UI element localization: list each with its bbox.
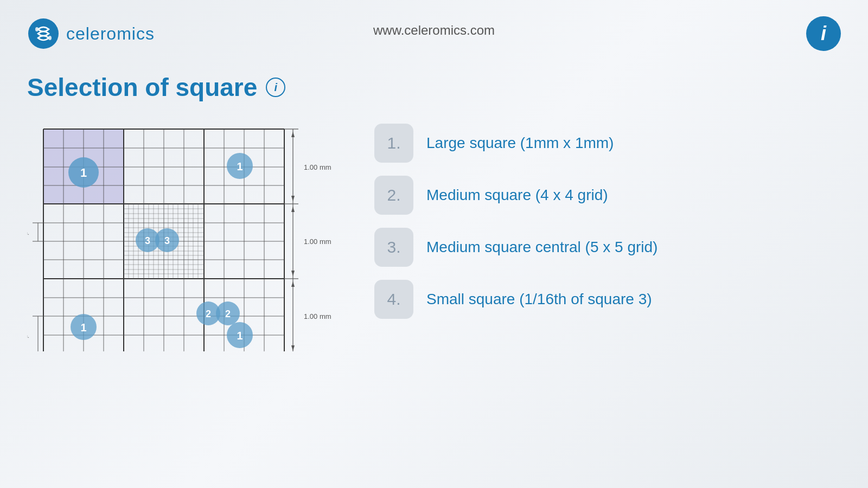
option-item-1[interactable]: 1. Large square (1mm x 1mm) <box>374 124 841 163</box>
svg-text:3: 3 <box>164 235 170 246</box>
svg-point-2 <box>48 36 52 40</box>
option-item-4[interactable]: 4. Small square (1/16th of square 3) <box>374 280 841 319</box>
svg-marker-79 <box>291 271 295 276</box>
svg-text:1.00 mm.: 1.00 mm. <box>304 237 331 246</box>
option-item-2[interactable]: 2. Medium square (4 x 4 grid) <box>374 176 841 215</box>
svg-text:1: 1 <box>80 322 86 333</box>
svg-text:3: 3 <box>145 235 150 246</box>
page-wrapper: celeromics www.celeromics.com i Selectio… <box>0 0 868 488</box>
option-badge-3: 3. <box>374 228 413 267</box>
svg-marker-78 <box>291 207 295 212</box>
page-title-area: Selection of square i <box>27 73 841 102</box>
option-item-3[interactable]: 3. Medium square central (5 x 5 grid) <box>374 228 841 267</box>
grid-diagram: 1 1 3 3 2 2 1 1 <box>27 118 331 351</box>
svg-text:1: 1 <box>80 166 87 179</box>
option-badge-2: 2. <box>374 176 413 215</box>
logo-text: celeromics <box>66 24 155 44</box>
svg-text:1.00 mm.: 1.00 mm. <box>304 163 331 171</box>
svg-text:0.25 mm.: 0.25 mm. <box>27 332 29 339</box>
option-text-2: Medium square (4 x 4 grid) <box>426 187 608 204</box>
header-info-button[interactable]: i <box>806 16 841 51</box>
option-badge-4: 4. <box>374 280 413 319</box>
option-badge-1: 1. <box>374 124 413 163</box>
svg-marker-73 <box>291 132 295 137</box>
svg-text:1: 1 <box>237 160 242 172</box>
website-url: www.celeromics.com <box>373 23 495 38</box>
page-title-text: Selection of square <box>27 73 257 102</box>
svg-point-0 <box>28 18 59 49</box>
options-list: 1. Large square (1mm x 1mm) 2. Medium sq… <box>374 118 841 319</box>
svg-text:0.05 mm.: 0.05 mm. <box>27 229 29 236</box>
header: celeromics www.celeromics.com i <box>27 16 841 51</box>
logo-icon <box>27 17 60 50</box>
svg-marker-83 <box>291 281 295 287</box>
svg-text:2: 2 <box>225 309 231 319</box>
option-text-1: Large square (1mm x 1mm) <box>426 134 614 152</box>
svg-marker-74 <box>291 196 295 201</box>
svg-text:1.00 mm.: 1.00 mm. <box>304 312 331 320</box>
logo-area: celeromics <box>27 17 155 50</box>
main-content: 1 1 3 3 2 2 1 1 <box>27 118 841 354</box>
title-info-icon[interactable]: i <box>266 78 285 97</box>
svg-point-1 <box>35 27 39 31</box>
svg-text:1: 1 <box>237 330 242 342</box>
svg-marker-84 <box>291 345 295 351</box>
svg-text:2: 2 <box>206 309 211 319</box>
option-text-4: Small square (1/16th of square 3) <box>426 291 652 308</box>
option-text-3: Medium square central (5 x 5 grid) <box>426 239 658 256</box>
diagram-area: 1 1 3 3 2 2 1 1 <box>27 118 342 354</box>
